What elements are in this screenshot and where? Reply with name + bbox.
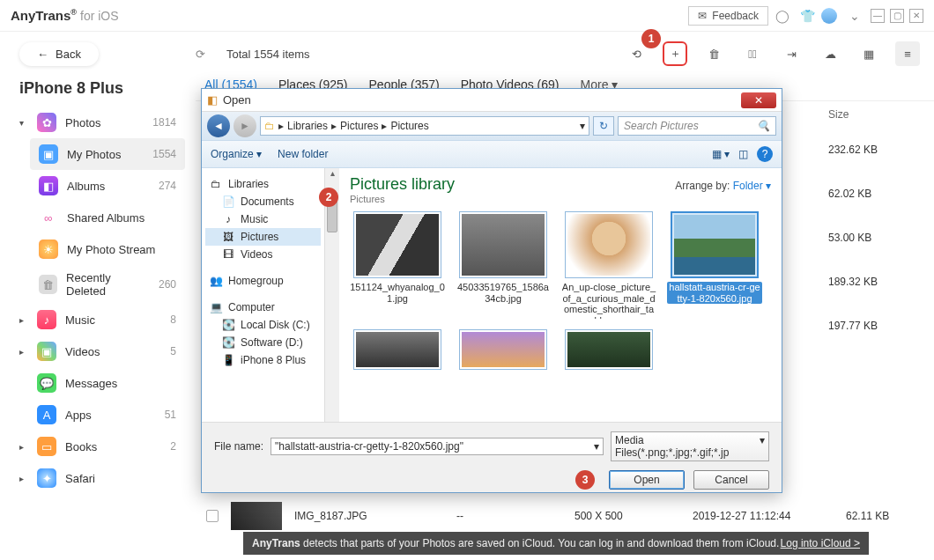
sidebar-item-photos[interactable]: ▾ ✿ Photos 1814 (11, 107, 185, 138)
sidebar-item-my-photos[interactable]: ▣ My Photos 1554 (30, 138, 185, 170)
path-refresh-button[interactable]: ↻ (593, 116, 614, 136)
file-item[interactable] (561, 329, 656, 370)
path-segment[interactable]: Pictures (340, 120, 378, 132)
mail-icon: ✉ (698, 10, 707, 22)
arrange-by[interactable]: Arrange by: Folder ▾ (675, 180, 771, 192)
file-type-combo[interactable]: Media Files(*.png;*.jpg;*.gif;*.jp▾ (611, 431, 769, 461)
dialog-close-button[interactable]: ✕ (741, 92, 776, 108)
close-button[interactable]: ✕ (909, 9, 923, 23)
toolbar: ← Back ⟳ Total 1554 items ⟲ ＋ 1 🗑 ⬇⃞ ⇥ ☁… (0, 32, 934, 76)
file-item[interactable] (350, 329, 445, 370)
tree-local-disk[interactable]: 💽Local Disk (C:) (205, 316, 321, 334)
dialog-title: Open (223, 93, 251, 107)
sidebar-item-videos[interactable]: ▸ ▣ Videos 5 (11, 335, 185, 367)
chevron-right-icon: ▸ (19, 442, 28, 452)
size-cell: 197.77 KB (828, 320, 925, 332)
grid-view-icon[interactable]: ▦ (856, 41, 881, 66)
sidebar-item-books[interactable]: ▸ ▭ Books 2 (11, 431, 185, 462)
filename-input[interactable]: "hallstatt-austria-cr-getty-1-820x560.jp… (271, 438, 604, 455)
shirt-icon[interactable]: 👕 (797, 9, 818, 23)
new-folder-button[interactable]: New folder (278, 148, 328, 160)
organize-bar: Organize ▾ New folder ▦ ▾ ◫ ? (202, 140, 782, 168)
file-item[interactable] (456, 329, 551, 370)
file-item[interactable]: 45033519765_1586a34cb.jpg (456, 211, 551, 319)
sidebar-item-photo-stream[interactable]: ☀ My Photo Stream (30, 233, 185, 265)
nav-forward-button[interactable]: ► (234, 114, 256, 137)
size-cell: 62.11 KB (846, 510, 889, 522)
checkbox[interactable] (206, 510, 219, 522)
maximize-button[interactable]: ▢ (890, 9, 904, 23)
plus-icon: ＋ (670, 46, 681, 62)
arrow-left-icon: ← (37, 48, 48, 61)
to-device-icon[interactable]: ⇥ (779, 41, 804, 66)
feedback-button[interactable]: ✉ Feedback (688, 6, 768, 26)
path-breadcrumb[interactable]: 🗀 ▸Libraries ▸Pictures ▸Pictures ▾ (260, 116, 589, 136)
sidebar-item-recently-deleted[interactable]: 🗑 Recently Deleted 260 (30, 265, 185, 304)
dialog-titlebar: ◧ Open ✕ (202, 89, 782, 112)
tree-videos[interactable]: 🎞Videos (205, 246, 321, 263)
tree-music[interactable]: ♪Music (205, 210, 321, 228)
path-segment[interactable]: Pictures (390, 120, 428, 132)
to-cloud-icon[interactable]: ☁ (818, 41, 842, 66)
size-header[interactable]: Size (828, 108, 925, 121)
tree-libraries[interactable]: 🗀Libraries (205, 175, 321, 193)
login-icloud-link[interactable]: Log into iCloud > (781, 537, 860, 549)
libraries-icon: 🗀 (209, 178, 223, 190)
tree-iphone[interactable]: 📱iPhone 8 Plus (205, 351, 321, 369)
date-cell: 2019-12-27 11:12:44 (693, 510, 834, 522)
trash-icon[interactable]: 🗑 (701, 41, 726, 66)
sidebar-item-shared-albums[interactable]: ∞ Shared Albums (30, 202, 185, 233)
messages-icon: 💬 (37, 373, 56, 393)
back-label: Back (56, 48, 81, 61)
file-item[interactable]: 151124_whyanalog_01.jpg (350, 211, 445, 319)
sidebar-label: Recently Deleted (66, 271, 150, 298)
add-button[interactable]: ＋ 1 (663, 41, 687, 66)
avatar[interactable] (821, 8, 837, 24)
total-items: Total 1554 items (226, 48, 310, 61)
feedback-label: Feedback (712, 10, 759, 22)
tree-pictures[interactable]: 🖼Pictures (205, 228, 321, 246)
sidebar-item-safari[interactable]: ▸ ✦ Safari (11, 462, 185, 494)
sidebar-item-apps[interactable]: ▸ A Apps 51 (11, 399, 185, 431)
pictures-icon: 🖼 (221, 231, 235, 243)
refresh-icon[interactable]: ⟳ (196, 48, 205, 61)
sidebar-count: 1814 (152, 116, 176, 129)
file-name: 45033519765_1586a34cb.jpg (456, 282, 551, 304)
tree-scrollbar[interactable]: ▴ 2 (325, 168, 339, 422)
view-options-icon[interactable]: ▦ ▾ (712, 148, 730, 160)
tree-computer[interactable]: 💻Computer (205, 298, 321, 316)
chevron-down-icon[interactable]: ⌄ (844, 9, 865, 23)
my-photos-icon: ▣ (39, 144, 58, 164)
help-icon[interactable]: ◯ (772, 9, 793, 23)
sidebar-item-albums[interactable]: ◧ Albums 274 (30, 170, 185, 202)
size-cell: 189.32 KB (828, 276, 925, 288)
help-icon[interactable]: ? (757, 146, 773, 162)
minimize-button[interactable]: — (871, 9, 885, 23)
back-button[interactable]: ← Back (19, 42, 99, 66)
to-pc-icon[interactable]: ⬇⃞ (740, 41, 765, 66)
cancel-button[interactable]: Cancel (693, 470, 769, 490)
videos-icon: 🎞 (221, 248, 235, 261)
sidebar-label: Books (65, 440, 97, 453)
tree-homegroup[interactable]: 👥Homegroup (205, 272, 321, 290)
open-button[interactable]: Open (609, 470, 685, 490)
organize-button[interactable]: Organize ▾ (211, 148, 262, 160)
tree-documents[interactable]: 📄Documents (205, 193, 321, 210)
search-placeholder: Search Pictures (624, 120, 699, 132)
nav-back-button[interactable]: ◄ (207, 114, 230, 137)
table-row-last[interactable]: IMG_8187.JPG -- 500 X 500 2019-12-27 11:… (206, 502, 920, 530)
list-view-icon[interactable]: ≡ (895, 41, 920, 66)
path-segment[interactable]: Libraries (287, 120, 328, 132)
folder-tree: 🗀Libraries 📄Documents ♪Music 🖼Pictures 🎞… (202, 168, 325, 422)
sidebar-item-messages[interactable]: ▸ 💬 Messages (11, 367, 185, 399)
preview-pane-icon[interactable]: ◫ (738, 148, 748, 160)
tree-software-disk[interactable]: 💽Software (D:) (205, 334, 321, 351)
icloud-notice: AnyTrans detects that parts of your Phot… (243, 532, 869, 555)
file-item[interactable]: An_up-close_picture_of_a_curious_male_do… (561, 211, 656, 319)
file-item-selected[interactable]: hallstatt-austria-cr-getty-1-820x560.jpg (667, 211, 762, 319)
sidebar-count: 8 (170, 313, 176, 326)
sidebar-label: Messages (65, 377, 117, 390)
sidebar-item-music[interactable]: ▸ ♪ Music 8 (11, 304, 185, 335)
search-input[interactable]: Search Pictures 🔍 (618, 116, 776, 136)
sidebar-label: Photos (65, 116, 100, 129)
